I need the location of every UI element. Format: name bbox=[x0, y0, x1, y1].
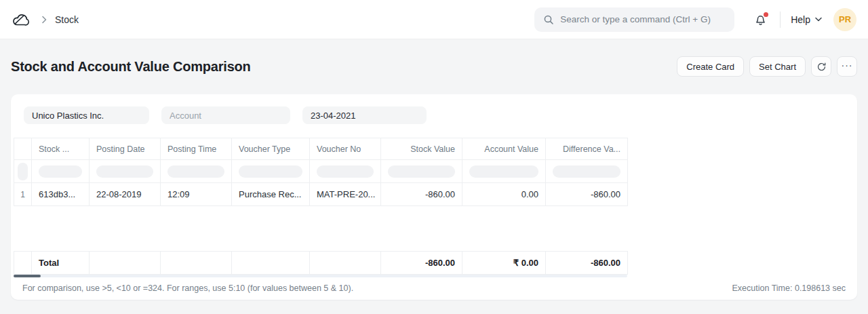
page-actions: Create Card Set Chart ··· bbox=[677, 56, 857, 77]
help-label: Help bbox=[791, 14, 810, 25]
cell-stock-value[interactable]: -860.00 bbox=[381, 183, 462, 206]
global-search[interactable] bbox=[534, 7, 734, 32]
col-stock-entry[interactable]: Stock ... bbox=[32, 138, 90, 160]
column-filter-row bbox=[14, 160, 628, 183]
report-table: Stock ... Posting Date Posting Time Vouc… bbox=[14, 138, 628, 206]
create-card-button[interactable]: Create Card bbox=[677, 56, 744, 77]
col-difference-value[interactable]: Difference Va... bbox=[546, 138, 628, 160]
chevron-down-icon bbox=[815, 17, 822, 22]
cell-posting-date[interactable]: 22-08-2019 bbox=[90, 183, 161, 206]
table-header-row: Stock ... Posting Date Posting Time Vouc… bbox=[14, 138, 628, 160]
total-index-cell bbox=[14, 252, 32, 275]
table-row[interactable]: 1 613db3... 22-08-2019 12:09 Purchase Re… bbox=[14, 183, 628, 206]
report-card: Stock ... Posting Date Posting Time Vouc… bbox=[11, 94, 857, 300]
total-account-value: ₹ 0.00 bbox=[462, 252, 546, 275]
help-menu[interactable]: Help bbox=[791, 14, 822, 25]
report-filters bbox=[11, 94, 857, 124]
col-voucher-no[interactable]: Voucher No bbox=[310, 138, 381, 160]
column-filter-cell[interactable] bbox=[232, 160, 310, 183]
total-voucher-type bbox=[232, 252, 310, 275]
menu-button[interactable]: ··· bbox=[837, 56, 857, 77]
col-account-value[interactable]: Account Value bbox=[462, 138, 546, 160]
column-filter-cell[interactable] bbox=[546, 160, 628, 183]
notifications-button[interactable] bbox=[753, 12, 768, 27]
search-icon bbox=[543, 14, 554, 25]
column-filter-cell[interactable] bbox=[161, 160, 232, 183]
ellipsis-icon: ··· bbox=[842, 60, 853, 71]
total-difference-value: -860.00 bbox=[546, 252, 628, 275]
nav-divider bbox=[780, 12, 781, 28]
report-footer: For comparison, use >5, <10 or =324. For… bbox=[11, 277, 857, 300]
set-chart-button[interactable]: Set Chart bbox=[749, 56, 806, 77]
chevron-right-icon bbox=[41, 16, 47, 24]
column-filter-cell[interactable] bbox=[310, 160, 381, 183]
avatar[interactable]: PR bbox=[833, 8, 856, 31]
row-index: 1 bbox=[14, 183, 32, 206]
column-filter-cell[interactable] bbox=[32, 160, 90, 183]
report-table-zone: Stock ... Posting Date Posting Time Vouc… bbox=[14, 138, 857, 275]
col-posting-date[interactable]: Posting Date bbox=[90, 138, 161, 160]
column-filter-cell[interactable] bbox=[14, 160, 32, 183]
navbar: Stock Help PR bbox=[0, 0, 868, 39]
account-filter[interactable] bbox=[161, 106, 290, 124]
column-filter-cell[interactable] bbox=[90, 160, 161, 183]
cell-posting-time[interactable]: 12:09 bbox=[161, 183, 232, 206]
row-index-header bbox=[14, 138, 32, 160]
search-input[interactable] bbox=[560, 14, 726, 24]
total-table: Total -860.00 ₹ 0.00 -860.00 bbox=[14, 251, 628, 275]
breadcrumb: Stock bbox=[12, 12, 79, 28]
column-filter-cell[interactable] bbox=[381, 160, 462, 183]
column-filter-cell[interactable] bbox=[462, 160, 546, 183]
notification-dot bbox=[764, 12, 768, 17]
total-label: Total bbox=[32, 252, 90, 275]
breadcrumb-item-stock[interactable]: Stock bbox=[55, 14, 79, 25]
cell-difference-value[interactable]: -860.00 bbox=[546, 183, 628, 206]
execution-time: Execution Time: 0.198613 sec bbox=[732, 283, 846, 293]
refresh-button[interactable] bbox=[811, 56, 831, 77]
total-stock-value: -860.00 bbox=[381, 252, 462, 275]
total-voucher-no bbox=[310, 252, 381, 275]
refresh-icon bbox=[816, 62, 827, 72]
col-posting-time[interactable]: Posting Time bbox=[161, 138, 232, 160]
comparison-hint: For comparison, use >5, <10 or =324. For… bbox=[22, 283, 353, 293]
page-head: Stock and Account Value Comparison Creat… bbox=[0, 39, 868, 77]
page-title: Stock and Account Value Comparison bbox=[11, 59, 677, 75]
col-voucher-type[interactable]: Voucher Type bbox=[232, 138, 310, 160]
cell-voucher-no[interactable]: MAT-PRE-20... bbox=[310, 183, 381, 206]
total-posting-time bbox=[161, 252, 232, 275]
cell-voucher-type[interactable]: Purchase Rec... bbox=[232, 183, 310, 206]
total-row: Total -860.00 ₹ 0.00 -860.00 bbox=[14, 252, 628, 275]
cell-account-value[interactable]: 0.00 bbox=[462, 183, 546, 206]
table-empty-space bbox=[14, 206, 627, 251]
date-filter[interactable] bbox=[302, 106, 427, 124]
cell-stock-entry[interactable]: 613db3... bbox=[32, 183, 90, 206]
app-logo-icon[interactable] bbox=[12, 12, 31, 28]
total-posting-date bbox=[90, 252, 161, 275]
company-filter[interactable] bbox=[24, 106, 149, 124]
col-stock-value[interactable]: Stock Value bbox=[381, 138, 462, 160]
